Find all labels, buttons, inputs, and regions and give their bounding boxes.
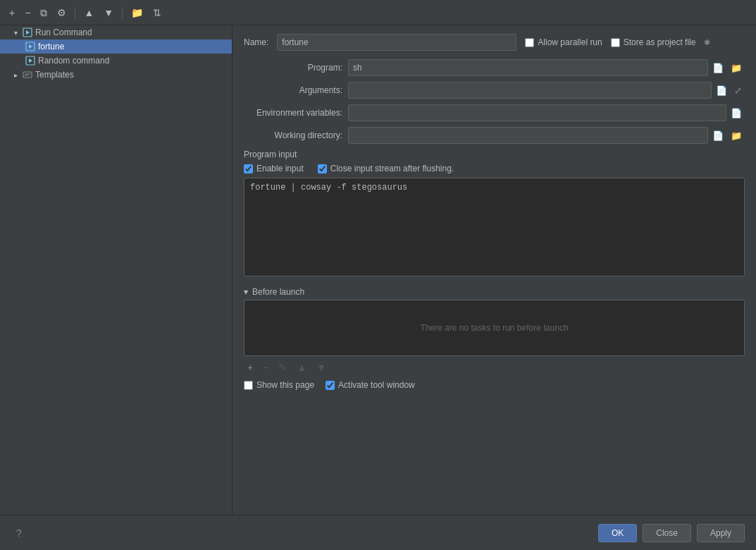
arguments-input[interactable] bbox=[348, 82, 712, 99]
program-browse-folder-button[interactable]: 📁 bbox=[728, 61, 745, 75]
tree-item-random-command[interactable]: Random command bbox=[0, 54, 232, 68]
before-launch-header[interactable]: ▾ Before launch bbox=[244, 287, 745, 297]
svg-marker-5 bbox=[29, 59, 32, 63]
bottom-right: OK Close Apply bbox=[598, 524, 745, 542]
tree-item-fortune-label: fortune bbox=[38, 42, 64, 51]
before-launch-toolbar: + − ✎ ▲ ▼ bbox=[244, 359, 745, 376]
program-input-checks: Enable input Close input stream after fl… bbox=[244, 164, 745, 173]
settings-config-button[interactable]: ⚙ bbox=[54, 6, 70, 20]
bottom-bar: ? OK Close Apply bbox=[0, 515, 756, 550]
before-launch-remove-button[interactable]: − bbox=[259, 360, 272, 374]
name-input[interactable] bbox=[277, 34, 516, 51]
tree-item-fortune[interactable]: fortune bbox=[0, 39, 232, 54]
collapse-icon: ▾ bbox=[11, 29, 20, 37]
toolbar: + − ⧉ ⚙ ▲ ▼ 📁 ⇅ bbox=[0, 0, 756, 25]
arguments-input-wrap: 📄 ⤢ bbox=[348, 82, 745, 99]
toolbar-separator-2 bbox=[122, 6, 123, 19]
arguments-expand-button[interactable]: ⤢ bbox=[731, 84, 745, 97]
bottom-left: ? bbox=[11, 525, 27, 541]
launch-checks: Show this page Activate tool window bbox=[244, 380, 745, 390]
fortune-run-icon bbox=[25, 42, 35, 51]
svg-marker-3 bbox=[29, 44, 32, 49]
program-input-textarea[interactable]: fortune | cowsay -f stegosaurus bbox=[244, 178, 745, 276]
program-row: Program: 📄 📁 bbox=[244, 59, 745, 76]
arguments-label: Arguments: bbox=[244, 85, 342, 95]
copy-config-button[interactable]: ⧉ bbox=[37, 6, 51, 20]
cancel-button[interactable]: Close bbox=[643, 524, 691, 542]
tree-root-run-command[interactable]: ▾ Run Command bbox=[0, 25, 232, 39]
arguments-browse-button[interactable]: 📄 bbox=[713, 84, 730, 97]
show-page-checkbox[interactable] bbox=[244, 381, 253, 390]
left-panel: ▾ Run Command fortune Random command bbox=[0, 25, 233, 515]
templates-icon bbox=[23, 70, 32, 80]
svg-marker-1 bbox=[26, 30, 30, 35]
add-config-button[interactable]: + bbox=[6, 6, 18, 20]
allow-parallel-checkbox[interactable] bbox=[525, 38, 534, 47]
before-launch-empty-text: There are no tasks to run before launch bbox=[420, 323, 568, 333]
close-stream-label[interactable]: Close input stream after flushing. bbox=[318, 164, 454, 173]
expand-icon: ▸ bbox=[11, 71, 20, 79]
move-up-button[interactable]: ▲ bbox=[80, 6, 97, 20]
env-vars-input[interactable] bbox=[348, 104, 726, 121]
program-input-section-label: Program input bbox=[244, 149, 745, 159]
working-dir-row: Working directory: 📄 📁 bbox=[244, 127, 745, 144]
remove-config-button[interactable]: − bbox=[21, 6, 34, 20]
tree-item-templates[interactable]: ▸ Templates bbox=[0, 68, 232, 82]
name-label: Name: bbox=[244, 37, 268, 47]
move-down-button[interactable]: ▼ bbox=[100, 6, 117, 20]
svg-rect-6 bbox=[23, 72, 32, 78]
main-area: ▾ Run Command fortune Random command bbox=[0, 25, 756, 515]
close-stream-checkbox[interactable] bbox=[318, 164, 327, 173]
working-dir-folder-button[interactable]: 📁 bbox=[728, 129, 745, 142]
activate-tool-checkbox[interactable] bbox=[326, 381, 335, 390]
enable-input-checkbox[interactable] bbox=[244, 164, 253, 173]
apply-button[interactable]: Apply bbox=[697, 524, 745, 542]
before-launch-section: ▾ Before launch There are no tasks to ru… bbox=[244, 287, 745, 390]
tree-item-random-label: Random command bbox=[38, 56, 109, 66]
working-dir-input-wrap: 📄 📁 bbox=[348, 127, 745, 144]
help-button[interactable]: ? bbox=[11, 525, 27, 541]
program-label: Program: bbox=[244, 63, 342, 73]
arguments-row: Arguments: 📄 ⤢ bbox=[244, 82, 745, 99]
working-dir-file-button[interactable]: 📄 bbox=[709, 129, 726, 142]
env-vars-input-wrap: 📄 bbox=[348, 104, 745, 121]
show-page-label[interactable]: Show this page bbox=[244, 380, 314, 390]
before-launch-area: There are no tasks to run before launch bbox=[244, 300, 745, 356]
program-input-wrap: 📄 📁 bbox=[348, 59, 745, 76]
working-dir-label: Working directory: bbox=[244, 130, 342, 140]
env-vars-row: Environment variables: 📄 bbox=[244, 104, 745, 121]
tree-root-label: Run Command bbox=[35, 28, 92, 37]
store-project-settings-icon[interactable]: ✱ bbox=[704, 38, 710, 47]
enable-input-label[interactable]: Enable input bbox=[244, 164, 304, 173]
program-input[interactable] bbox=[348, 59, 708, 76]
config-header: Name: Allow parallel run Store as projec… bbox=[244, 34, 745, 51]
templates-label: Templates bbox=[35, 70, 74, 80]
before-launch-edit-button[interactable]: ✎ bbox=[275, 360, 290, 374]
folder-button[interactable]: 📁 bbox=[128, 6, 147, 20]
before-launch-collapse-icon: ▾ bbox=[244, 287, 248, 297]
env-vars-browse-button[interactable]: 📄 bbox=[728, 106, 745, 120]
before-launch-up-button[interactable]: ▲ bbox=[293, 360, 310, 374]
working-dir-input[interactable] bbox=[348, 127, 708, 144]
ok-button[interactable]: OK bbox=[598, 524, 637, 542]
before-launch-down-button[interactable]: ▼ bbox=[313, 360, 330, 374]
allow-parallel-label[interactable]: Allow parallel run bbox=[525, 37, 602, 47]
store-project-checkbox[interactable] bbox=[611, 38, 620, 47]
right-panel: Name: Allow parallel run Store as projec… bbox=[233, 25, 756, 515]
toolbar-separator bbox=[75, 6, 75, 19]
before-launch-add-button[interactable]: + bbox=[244, 360, 256, 374]
store-project-label[interactable]: Store as project file bbox=[611, 37, 696, 47]
program-browse-file-button[interactable]: 📄 bbox=[709, 61, 726, 75]
sort-button[interactable]: ⇅ bbox=[149, 6, 165, 20]
env-vars-label: Environment variables: bbox=[244, 108, 342, 118]
before-launch-label: Before launch bbox=[252, 287, 304, 297]
run-command-icon bbox=[23, 28, 32, 37]
random-run-icon bbox=[25, 56, 35, 66]
activate-tool-label[interactable]: Activate tool window bbox=[326, 380, 415, 390]
